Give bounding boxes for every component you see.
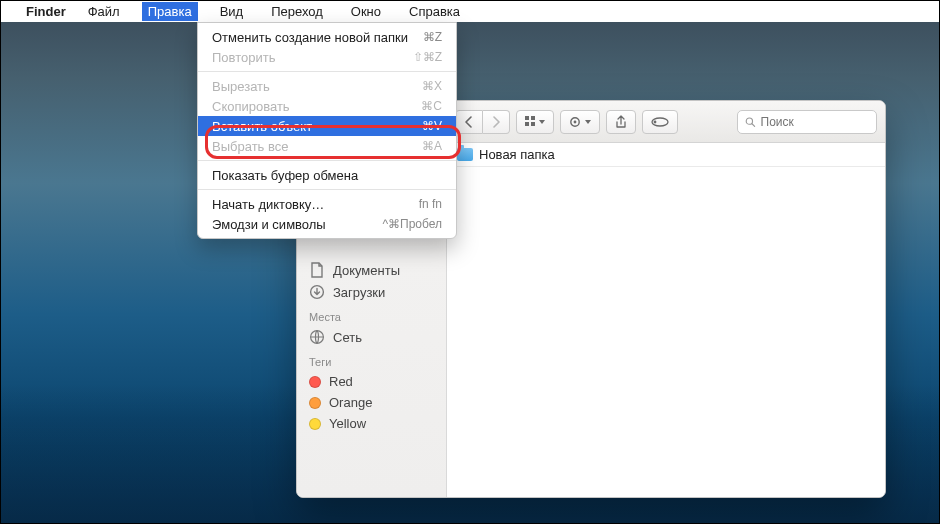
search-field[interactable] [737, 110, 877, 134]
menu-item-shortcut: fn fn [419, 197, 442, 211]
sidebar-group-places: Места [297, 303, 446, 326]
sidebar-tag-yellow[interactable]: Yellow [297, 413, 446, 434]
menubar: Finder Файл Правка Вид Переход Окно Спра… [0, 0, 940, 22]
menu-separator [198, 71, 456, 72]
menu-item-label: Повторить [212, 50, 275, 65]
menu-item-start-dictation[interactable]: Начать диктовку… fn fn [198, 194, 456, 214]
menu-separator [198, 160, 456, 161]
nav-forward-button[interactable] [483, 110, 510, 134]
menu-item-label: Отменить создание новой папки [212, 30, 408, 45]
menu-item-shortcut: ^⌘Пробел [382, 217, 442, 231]
edit-menu-dropdown: Отменить создание новой папки ⌘Z Повтори… [197, 22, 457, 239]
svg-rect-5 [531, 122, 535, 126]
sidebar-item-label: Документы [333, 263, 400, 278]
finder-toolbar [447, 101, 885, 143]
tag-dot-icon [309, 397, 321, 409]
svg-rect-2 [525, 116, 529, 120]
menu-item-shortcut: ⇧⌘Z [413, 50, 442, 64]
document-icon [309, 262, 325, 278]
menu-item-show-clipboard[interactable]: Показать буфер обмена [198, 165, 456, 185]
menu-item-select-all: Выбрать все ⌘A [198, 136, 456, 156]
menu-view[interactable]: Вид [214, 2, 250, 21]
path-bar: Новая папка [447, 143, 885, 167]
menu-file[interactable]: Файл [82, 2, 126, 21]
menu-item-label: Вырезать [212, 79, 270, 94]
sidebar-tag-orange[interactable]: Orange [297, 392, 446, 413]
menu-item-paste[interactable]: Вставить объект ⌘V [198, 116, 456, 136]
menu-item-cut: Вырезать ⌘X [198, 76, 456, 96]
share-button[interactable] [606, 110, 636, 134]
action-menu-button[interactable] [560, 110, 600, 134]
app-name[interactable]: Finder [26, 4, 66, 19]
menu-item-shortcut: ⌘A [422, 139, 442, 153]
menu-go[interactable]: Переход [265, 2, 329, 21]
finder-content-area[interactable] [447, 167, 885, 497]
menu-item-redo: Повторить ⇧⌘Z [198, 47, 456, 67]
svg-rect-4 [525, 122, 529, 126]
search-icon [745, 116, 756, 128]
view-mode-button[interactable] [516, 110, 554, 134]
tag-dot-icon [309, 376, 321, 388]
finder-main: Новая папка [447, 101, 885, 497]
grid-icon [525, 116, 545, 128]
menu-item-label: Выбрать все [212, 139, 288, 154]
menu-item-label: Показать буфер обмена [212, 168, 358, 183]
menu-item-copy: Скопировать ⌘C [198, 96, 456, 116]
menu-item-shortcut: ⌘Z [423, 30, 442, 44]
menu-separator [198, 189, 456, 190]
menu-item-shortcut: ⌘V [422, 119, 442, 133]
share-icon [615, 115, 627, 129]
network-icon [309, 329, 325, 345]
sidebar-item-label: Orange [329, 395, 372, 410]
gear-icon [569, 116, 591, 128]
sidebar-tag-red[interactable]: Red [297, 371, 446, 392]
menu-help[interactable]: Справка [403, 2, 466, 21]
sidebar-item-label: Red [329, 374, 353, 389]
download-icon [309, 284, 325, 300]
menu-window[interactable]: Окно [345, 2, 387, 21]
tag-dot-icon [309, 418, 321, 430]
tag-icon [651, 117, 669, 127]
sidebar-item-documents[interactable]: Документы [297, 259, 446, 281]
menu-item-shortcut: ⌘C [421, 99, 442, 113]
svg-point-10 [746, 117, 752, 123]
menu-item-undo[interactable]: Отменить создание новой папки ⌘Z [198, 27, 456, 47]
chevron-right-icon [491, 116, 501, 128]
sidebar-item-label: Загрузки [333, 285, 385, 300]
menu-item-label: Эмодзи и символы [212, 217, 326, 232]
menu-item-shortcut: ⌘X [422, 79, 442, 93]
svg-rect-3 [531, 116, 535, 120]
sidebar-item-network[interactable]: Сеть [297, 326, 446, 348]
menu-item-label: Вставить объект [212, 119, 312, 134]
sidebar-item-label: Сеть [333, 330, 362, 345]
svg-point-9 [654, 120, 657, 123]
svg-point-7 [574, 120, 577, 123]
menu-edit[interactable]: Правка [142, 2, 198, 21]
sidebar-item-downloads[interactable]: Загрузки [297, 281, 446, 303]
chevron-left-icon [464, 116, 474, 128]
menu-item-emoji[interactable]: Эмодзи и символы ^⌘Пробел [198, 214, 456, 234]
nav-back-button[interactable] [455, 110, 483, 134]
folder-icon [457, 148, 473, 161]
sidebar-group-tags: Теги [297, 348, 446, 371]
path-title: Новая папка [479, 147, 555, 162]
sidebar-item-label: Yellow [329, 416, 366, 431]
menu-item-label: Начать диктовку… [212, 197, 324, 212]
menu-item-label: Скопировать [212, 99, 290, 114]
search-input[interactable] [761, 115, 870, 129]
tags-button[interactable] [642, 110, 678, 134]
